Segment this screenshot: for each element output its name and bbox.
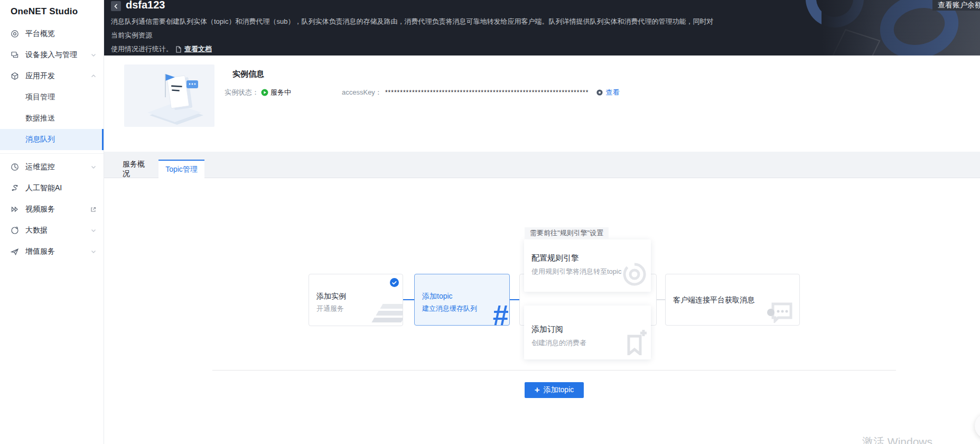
chevron-down-icon [91,228,96,233]
card-title: 配置规则引擎 [531,253,579,263]
sidebar-item-data-push[interactable]: 数据推送 [0,108,104,129]
sidebar-item-platform-overview[interactable]: 平台概览 [0,23,104,44]
status-value: 服务中 [261,88,291,97]
sidebar: OneNET Studio 平台概览 设备接入与管理 应用开发 项目管理 数据推… [0,0,104,444]
card-subtitle: 使用规则引擎将消息转至topic [531,267,621,276]
sidebar-item-device-access[interactable]: 设备接入与管理 [0,44,104,66]
document-icon [175,46,182,53]
value-added-service-icon [11,247,19,256]
big-data-icon [11,226,19,235]
app-dev-icon [11,72,19,80]
flow-step-add-instance: 添加实例 开通服务 [309,274,403,326]
chevron-down-icon [91,249,96,254]
flow-step-add-topic: # 添加topic 建立消息缓存队列 [414,274,510,326]
platform-overview-icon [11,30,19,38]
page-header: 查看账户余额 dsfa123 消息队列通信需要创建队列实体（topic）和消费代… [104,0,980,56]
step-title: 客户端连接平台获取消息 [673,295,754,305]
flow-card-add-subscription: 添加订阅 创建消息的消费者 [524,306,651,359]
sidebar-item-label: 增值服务 [25,247,91,256]
accesskey-label: accessKey： [342,88,382,97]
ai-icon [11,184,19,192]
plus-icon: + [535,385,540,394]
card-title: 添加订阅 [531,325,563,335]
rule-engine-target-icon [621,261,648,290]
message-bubble-icon [766,300,795,325]
step-title: 添加实例 [316,292,346,301]
sidebar-item-label: 设备接入与管理 [25,50,91,60]
instance-illustration [124,64,214,127]
status-label: 实例状态： [225,88,259,97]
sidebar-item-label: 大数据 [25,226,91,235]
eye-icon[interactable] [596,89,603,96]
step-title: 添加topic [422,292,453,301]
sidebar-item-label: 应用开发 [25,71,91,81]
step-subtitle: 建立消息缓存队列 [422,304,477,313]
app-logo: OneNET Studio [0,0,104,23]
rule-engine-tooltip: 需要前往"规则引擎"设置 [525,227,609,239]
sidebar-item-big-data[interactable]: 大数据 [0,220,104,241]
card-subtitle: 创建消息的消费者 [531,338,586,348]
sidebar-item-label: 项目管理 [25,92,96,102]
view-docs-link[interactable]: 查看文档 [184,42,212,56]
chevron-left-icon [114,4,119,9]
hash-icon: # [492,299,508,326]
sidebar-item-ops-monitor[interactable]: 运维监控 [0,156,104,178]
account-balance-button[interactable]: 查看账户余额 [932,0,980,11]
divider-line [212,370,896,371]
sidebar-item-value-added[interactable]: 增值服务 [0,241,104,262]
description-line2: 使用情况进行统计。 [111,42,173,56]
sidebar-item-label: 数据推送 [25,114,96,123]
sidebar-item-label: 消息队列 [25,135,96,144]
description-line1: 消息队列通信需要创建队列实体（topic）和消费代理（sub），队列实体负责消息… [111,15,718,42]
step-subtitle: 开通服务 [316,304,344,313]
sidebar-item-label: 平台概览 [25,29,96,39]
back-button[interactable] [111,1,121,11]
connector-line [403,299,414,300]
tab-bar: 服务概况 Topic管理 [104,152,980,178]
accesskey-masked-value: ****************************************… [385,89,589,96]
list-icon [373,302,403,322]
chevron-down-icon [91,164,96,170]
tab-service-overview[interactable]: 服务概况 [123,160,150,178]
bookmark-plus-icon [624,330,648,357]
sidebar-item-label: 人工智能AI [25,183,96,193]
instance-info-card: 实例信息 实例状态： 服务中 accessKey： **************… [104,56,980,152]
instance-info-title: 实例信息 [232,69,264,79]
ops-monitor-icon [11,163,19,171]
tab-topic-management[interactable]: Topic管理 [158,160,204,178]
instance-meta-row: 实例状态： 服务中 accessKey： *******************… [225,87,806,98]
windows-activation-watermark: 激活 Windows [862,434,932,444]
page-title: dsfa123 [126,0,165,11]
video-service-icon [11,205,19,214]
flow-step-client-connect: 客户端连接平台获取消息 [665,274,800,326]
sidebar-item-ai[interactable]: 人工智能AI [0,178,104,199]
sidebar-item-app-dev[interactable]: 应用开发 [0,66,104,87]
main-area: 查看账户余额 dsfa123 消息队列通信需要创建队列实体（topic）和消费代… [104,0,980,444]
add-topic-button[interactable]: + 添加topic [525,382,584,398]
sidebar-item-project-mgmt[interactable]: 项目管理 [0,87,104,108]
external-link-icon [90,207,96,212]
sidebar-item-label: 运维监控 [25,162,91,172]
chevron-up-icon [91,73,96,79]
sidebar-item-label: 视频服务 [25,205,87,214]
sidebar-divider [0,153,104,154]
status-running-icon [261,89,268,96]
chevron-down-icon [91,52,96,58]
view-accesskey-link[interactable]: 查看 [605,88,619,97]
flow-card-rule-engine: 配置规则引擎 使用规则引擎将消息转至topic [524,239,651,292]
sidebar-item-message-queue[interactable]: 消息队列 [0,129,104,150]
topic-management-panel: 添加实例 开通服务 # 添加topic 建立消息缓存队列 需要前往"规则引擎"设… [104,178,980,444]
page-description: 消息队列通信需要创建队列实体（topic）和消费代理（sub），队列实体负责消息… [111,15,718,56]
connector-line [657,299,665,300]
check-circle-icon [390,278,399,287]
connector-line [510,299,519,300]
device-access-icon [11,51,19,59]
sidebar-item-video-service[interactable]: 视频服务 [0,199,104,220]
